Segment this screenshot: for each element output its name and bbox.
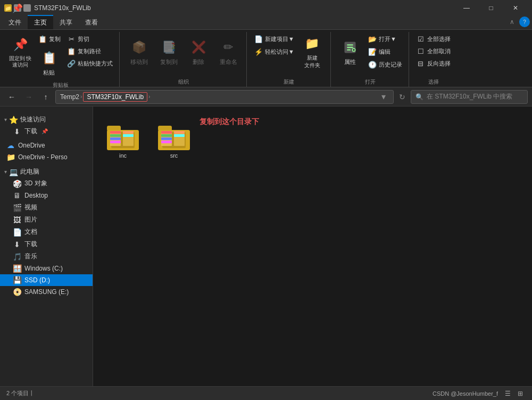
file-name-src: src bbox=[170, 152, 178, 159]
pin-icon: 📌 bbox=[12, 36, 29, 53]
ribbon-group-organize: 📦 移动到 📑 复制到 ❌ 删除 ✏ 重命名 组织 bbox=[121, 32, 247, 87]
documents-icon: 📄 bbox=[13, 228, 21, 236]
copy-to-icon: 📑 bbox=[160, 39, 177, 56]
svg-rect-11 bbox=[123, 131, 134, 134]
svg-rect-8 bbox=[110, 137, 121, 140]
select-all-button[interactable]: ☑ 全部选择 bbox=[414, 33, 453, 45]
ribbon-group-open: 属性 📂 打开▼ 📝 编辑 🕐 历史记录 打开 bbox=[332, 32, 409, 87]
address-dropdown-button[interactable]: ▾ bbox=[378, 91, 389, 103]
breadcrumb-current[interactable]: STM32F10x_FWLib bbox=[83, 92, 147, 102]
main-area: ▾ ⭐ 快速访问 ⬇ 下载 📌 ☁ OneDrive 📁 OneDrive - … bbox=[0, 107, 532, 386]
open-label: 打开 bbox=[336, 78, 404, 86]
move-icon: 📦 bbox=[130, 39, 147, 56]
clipboard-label: 剪贴板 bbox=[6, 81, 115, 89]
delete-button[interactable]: ❌ 删除 bbox=[185, 33, 212, 71]
pin-to-quick-access-button[interactable]: 📌 固定到 快速访问 bbox=[6, 33, 34, 71]
svg-rect-22 bbox=[174, 131, 185, 134]
title-bar: 📁 📌 STM32F10x_FWLib — □ ✕ bbox=[0, 0, 532, 16]
tab-view[interactable]: 查看 bbox=[79, 15, 104, 29]
file-item-inc[interactable]: inc bbox=[102, 119, 144, 162]
copy-path-button[interactable]: 📋 复制路径 bbox=[65, 45, 115, 57]
search-placeholder: 在 STM32F10x_FWLib 中搜索 bbox=[427, 92, 512, 101]
pin-indicator: 📌 bbox=[41, 128, 48, 134]
sidebar-item-samsung-e[interactable]: 📀 SAMSUNG (E:) bbox=[0, 286, 93, 298]
watermark: CSDN @JesonHumber_f bbox=[433, 390, 498, 397]
svg-rect-19 bbox=[161, 137, 172, 140]
close-button[interactable]: ✕ bbox=[503, 0, 528, 16]
properties-icon bbox=[342, 39, 359, 56]
search-bar[interactable]: 🔍 在 STM32F10x_FWLib 中搜索 bbox=[411, 90, 528, 104]
new-label: 新建 bbox=[252, 78, 326, 86]
sidebar-item-videos[interactable]: 🎬 视频 bbox=[0, 201, 93, 214]
copy-to-button[interactable]: 📑 复制到 bbox=[155, 33, 182, 71]
samsung-icon: 📀 bbox=[13, 288, 21, 296]
breadcrumb: Temp2 › STM32F10x_FWLib › bbox=[60, 92, 376, 102]
edit-button[interactable]: 📝 编辑 bbox=[366, 46, 404, 58]
sidebar-section-thispc[interactable]: ▾ 💻 此电脑 bbox=[0, 165, 93, 177]
breadcrumb-sep-2: › bbox=[148, 94, 150, 100]
sidebar-item-onedrive-personal[interactable]: 📁 OneDrive - Perso bbox=[0, 151, 93, 163]
ssd-icon: 💾 bbox=[13, 276, 21, 284]
sidebar-item-3dobjects[interactable]: 🎲 3D 对象 bbox=[0, 177, 93, 190]
sidebar: ▾ ⭐ 快速访问 ⬇ 下载 📌 ☁ OneDrive 📁 OneDrive - … bbox=[0, 107, 93, 386]
ribbon-tabs: 文件 主页 共享 查看 ∧ ? bbox=[0, 16, 532, 30]
tab-home[interactable]: 主页 bbox=[28, 15, 53, 29]
help-button[interactable]: ? bbox=[519, 17, 530, 27]
music-icon: 🎵 bbox=[13, 252, 21, 261]
sidebar-section-quick-access[interactable]: ▾ ⭐ 快速访问 bbox=[0, 113, 93, 125]
select-all-icon: ☑ bbox=[417, 35, 425, 43]
deselect-icon: ☐ bbox=[417, 47, 425, 55]
easy-access-button[interactable]: ⚡ 轻松访问▼ bbox=[252, 46, 296, 58]
up-button[interactable]: ↑ bbox=[38, 89, 53, 104]
sidebar-item-onedrive[interactable]: ☁ OneDrive bbox=[0, 140, 93, 151]
invert-selection-button[interactable]: ⊟ 反向选择 bbox=[414, 58, 453, 69]
address-bar[interactable]: Temp2 › STM32F10x_FWLib › ▾ bbox=[55, 90, 394, 104]
sidebar-item-downloads-pinned[interactable]: ⬇ 下载 📌 bbox=[0, 125, 93, 137]
forward-button[interactable]: → bbox=[21, 89, 36, 104]
history-button[interactable]: 🕐 历史记录 bbox=[366, 59, 404, 70]
new-item-icon: 📄 bbox=[254, 35, 263, 43]
tab-file[interactable]: 文件 bbox=[2, 15, 28, 29]
ribbon: 📌 固定到 快速访问 📋 复制 📋 粘贴 ✂ 剪切 📋 bbox=[0, 30, 532, 87]
sidebar-item-ssd-d[interactable]: 💾 SSD (D:) bbox=[0, 274, 93, 286]
paste-button[interactable]: 📋 粘贴 bbox=[36, 45, 62, 80]
toolbar-icon bbox=[23, 4, 31, 12]
sidebar-item-desktop[interactable]: 🖥 Desktop bbox=[0, 190, 93, 201]
collapse-ribbon-button[interactable]: ∧ bbox=[506, 17, 517, 27]
new-folder-button[interactable]: 📁 新建文件夹 bbox=[298, 33, 326, 71]
navigation-bar: ← → ↑ Temp2 › STM32F10x_FWLib › ▾ ↻ 🔍 在 … bbox=[0, 87, 532, 107]
breadcrumb-temp2[interactable]: Temp2 bbox=[60, 93, 79, 101]
back-button[interactable]: ← bbox=[4, 89, 19, 104]
view-list-button[interactable]: ☰ bbox=[502, 388, 513, 399]
file-item-src[interactable]: src bbox=[153, 119, 195, 162]
cut-button[interactable]: ✂ 剪切 bbox=[65, 33, 115, 45]
window-controls[interactable]: — □ ✕ bbox=[454, 0, 528, 16]
minimize-button[interactable]: — bbox=[454, 0, 479, 16]
organize-label: 组织 bbox=[125, 78, 242, 86]
sidebar-item-music[interactable]: 🎵 音乐 bbox=[0, 250, 93, 263]
refresh-button[interactable]: ↻ bbox=[396, 91, 409, 103]
tab-share[interactable]: 共享 bbox=[53, 15, 79, 29]
sidebar-item-documents[interactable]: 📄 文档 bbox=[0, 226, 93, 238]
cloud-icon: ☁ bbox=[6, 141, 15, 150]
sidebar-item-windows-c[interactable]: 🪟 Windows (C:) bbox=[0, 263, 93, 274]
maximize-button[interactable]: □ bbox=[479, 0, 503, 16]
download-icon: ⬇ bbox=[13, 127, 21, 136]
open-button[interactable]: 📂 打开▼ bbox=[366, 33, 404, 45]
item-count: 2 个项目丨 bbox=[6, 389, 35, 397]
breadcrumb-sep-1: › bbox=[80, 94, 82, 100]
properties-button[interactable]: 属性 bbox=[336, 33, 364, 71]
view-grid-button[interactable]: ⊞ bbox=[515, 388, 526, 399]
sidebar-item-pictures[interactable]: 🖼 图片 bbox=[0, 214, 93, 226]
sidebar-item-downloads2[interactable]: ⬇ 下载 bbox=[0, 238, 93, 250]
deselect-button[interactable]: ☐ 全部取消 bbox=[414, 45, 453, 57]
copy-paste-group: 📋 复制 📋 粘贴 bbox=[36, 33, 63, 80]
windows-drive-icon: 🪟 bbox=[13, 264, 21, 273]
3d-icon: 🎲 bbox=[13, 179, 21, 188]
new-item-button[interactable]: 📄 新建项目▼ bbox=[252, 33, 296, 45]
copy-button[interactable]: 📋 复制 bbox=[36, 33, 63, 45]
move-to-button[interactable]: 📦 移动到 bbox=[125, 33, 153, 71]
invert-icon: ⊟ bbox=[417, 59, 425, 68]
paste-shortcut-button[interactable]: 🔗 粘贴快捷方式 bbox=[65, 58, 115, 69]
rename-button[interactable]: ✏ 重命名 bbox=[214, 33, 242, 71]
